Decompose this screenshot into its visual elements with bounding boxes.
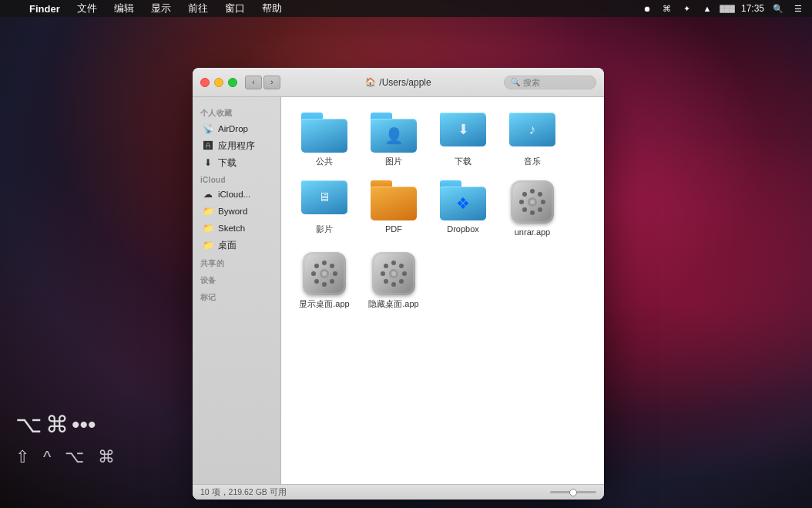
menu-window[interactable]: 窗口	[222, 2, 248, 15]
cmd-key-symbol: ⌘	[98, 446, 115, 469]
bluetooth-icon[interactable]: ✦	[681, 2, 693, 15]
menu-help[interactable]: 帮助	[259, 2, 285, 15]
svg-point-32	[391, 271, 396, 276]
sidebar-section-tags: 标记	[193, 288, 280, 304]
folder-item-public[interactable]: 公共	[294, 109, 355, 170]
folder-icon-dropbox: ❖	[440, 180, 486, 220]
battery-icon: ▓▓▓	[721, 2, 733, 15]
svg-point-19	[330, 279, 334, 284]
folder-icon-photos: 👤	[371, 113, 417, 153]
option-key: ⌥	[15, 409, 42, 441]
app-item-show-desktop[interactable]: 显示桌面.app	[294, 249, 355, 312]
sidebar-item-downloads[interactable]: ⬇ 下载	[196, 154, 277, 171]
wifi-icon[interactable]: ▲	[701, 2, 713, 15]
folder-item-music[interactable]: ♪ 音乐	[502, 109, 563, 170]
app-item-hide-desktop[interactable]: 隐藏桌面.app	[363, 249, 424, 312]
svg-point-13	[322, 282, 327, 287]
shift-key-symbol: ⇧	[15, 446, 29, 469]
folder-label-downloads: 下载	[455, 156, 471, 167]
back-button[interactable]: ‹	[245, 76, 262, 89]
item-count: 10 项，219.62 GB 可用	[200, 487, 287, 498]
sidebar-item-icloud[interactable]: ☁ iCloud...	[196, 186, 277, 203]
folder-icon-pdf	[371, 180, 417, 220]
unrar-icon	[511, 180, 554, 224]
svg-point-23	[391, 261, 396, 265]
svg-point-14	[311, 271, 316, 276]
sidebar-section-shared: 共享的	[193, 254, 280, 271]
folder-icon-music: ♪	[509, 113, 555, 153]
sidebar-icloud-label: iCloud...	[218, 190, 250, 199]
dots-key: •••	[72, 409, 96, 441]
sidebar-item-apps[interactable]: 🅰 应用程序	[196, 137, 277, 154]
menu-icon[interactable]: ☰	[792, 2, 804, 15]
folder-item-movies[interactable]: 🖥 影片	[294, 177, 355, 241]
app-item-unrar[interactable]: unrar.app	[502, 177, 563, 241]
keyboard-shortcut-display: ⌥ ⌘ ••• ⇧ ^ ⌥ ⌘	[15, 409, 115, 469]
svg-point-15	[333, 271, 337, 276]
sidebar-desktop-label: 桌面	[218, 240, 237, 251]
svg-point-29	[384, 279, 388, 284]
sidebar-item-airdrop[interactable]: 📡 AirDrop	[196, 120, 277, 137]
ctrl-key-symbol: ^	[43, 446, 51, 469]
menu-finder[interactable]: Finder	[26, 3, 63, 15]
maximize-button[interactable]	[228, 78, 237, 87]
finder-body: 个人收藏 📡 AirDrop 🅰 应用程序 ⬇ 下载 iCloud ☁ iClo…	[193, 97, 604, 484]
svg-point-28	[399, 264, 404, 268]
svg-point-8	[538, 207, 542, 212]
content-grid: 公共 👤 图片	[294, 109, 592, 312]
traffic-lights	[200, 78, 237, 87]
menu-go[interactable]: 前往	[185, 2, 211, 15]
folder-icon-movies: 🖥	[301, 180, 347, 220]
search-input[interactable]	[523, 78, 592, 87]
sidebar-downloads-label: 下载	[218, 157, 237, 169]
svg-point-4	[541, 200, 545, 204]
finder-statusbar: 10 项，219.62 GB 可用	[193, 484, 604, 500]
app-label-unrar: unrar.app	[515, 227, 550, 237]
folder-item-pdf[interactable]: PDF	[363, 177, 424, 241]
menu-edit[interactable]: 编辑	[111, 2, 137, 15]
apps-icon: 🅰	[202, 140, 214, 152]
svg-point-26	[402, 271, 407, 276]
sidebar-section-icloud: iCloud	[193, 171, 280, 186]
svg-point-18	[314, 279, 319, 284]
icloud-icon: ☁	[202, 188, 214, 200]
sidebar-item-desktop[interactable]: 📁 桌面	[196, 237, 277, 254]
menu-view[interactable]: 显示	[148, 2, 174, 15]
sidebar-byword-label: Byword	[218, 207, 247, 216]
window-title: 🏠 /Users/apple	[365, 77, 431, 88]
sidebar-item-sketch[interactable]: 📁 Sketch	[196, 220, 277, 237]
menu-file[interactable]: 文件	[74, 2, 100, 15]
desktop-icon: 📁	[202, 239, 214, 251]
svg-point-21	[322, 271, 327, 276]
folder-label-photos: 图片	[385, 156, 402, 167]
search-bar[interactable]: 🔍	[504, 76, 596, 89]
close-button[interactable]	[200, 78, 210, 87]
sidebar-airdrop-label: AirDrop	[218, 124, 248, 133]
show-desktop-icon	[303, 252, 346, 295]
zoom-slider[interactable]	[550, 491, 596, 493]
sidebar-item-byword[interactable]: 📁 Byword	[196, 203, 277, 220]
svg-point-25	[381, 271, 385, 276]
finder-window: ‹ › 🏠 /Users/apple 🔍 个人收藏 📡 AirDrop 🅰 应用…	[193, 68, 604, 500]
svg-point-1	[530, 189, 535, 193]
folder-item-dropbox[interactable]: ❖ Dropbox	[432, 177, 494, 241]
folder-label-public: 公共	[316, 156, 333, 167]
app-label-hide-desktop: 隐藏桌面.app	[368, 298, 418, 309]
finder-content: 公共 👤 图片	[281, 97, 604, 484]
folder-item-downloads[interactable]: ⬇ 下载	[432, 109, 494, 170]
hide-desktop-icon	[372, 252, 415, 295]
svg-point-6	[538, 192, 542, 197]
search-icon[interactable]: 🔍	[772, 2, 784, 15]
svg-point-3	[519, 200, 524, 204]
sidebar-section-devices: 设备	[193, 271, 280, 288]
folder-item-photos[interactable]: 👤 图片	[363, 109, 424, 170]
svg-point-5	[522, 192, 527, 197]
minimize-button[interactable]	[214, 78, 223, 87]
byword-icon: 📁	[202, 205, 214, 217]
finder-titlebar: ‹ › 🏠 /Users/apple 🔍	[193, 68, 604, 97]
folder-icon-public	[301, 113, 347, 153]
svg-point-10	[530, 200, 535, 204]
app-label-show-desktop: 显示桌面.app	[299, 298, 349, 309]
sidebar-section-favorites: 个人收藏	[193, 103, 280, 120]
forward-button[interactable]: ›	[263, 76, 280, 89]
